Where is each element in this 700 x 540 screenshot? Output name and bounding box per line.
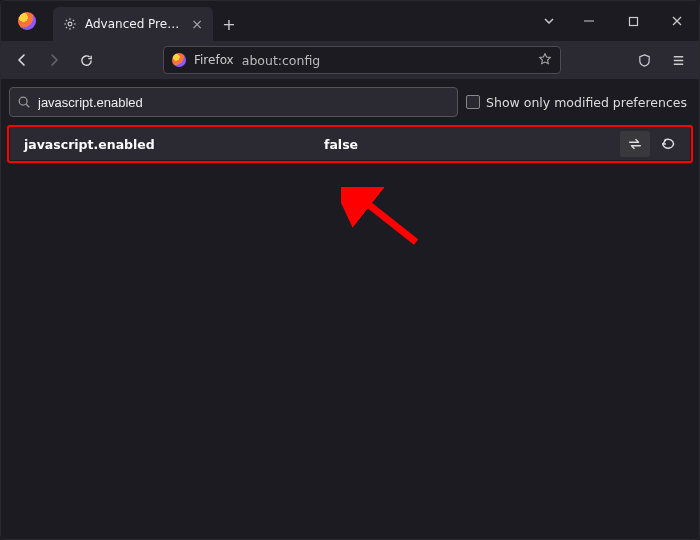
svg-line-8 (359, 197, 416, 242)
shield-icon[interactable] (629, 45, 659, 75)
window-close-button[interactable] (655, 1, 699, 41)
pref-search-input[interactable] (9, 87, 458, 117)
svg-point-0 (68, 22, 72, 26)
checkbox-icon (466, 95, 480, 109)
gear-icon (63, 17, 77, 31)
show-modified-label: Show only modified preferences (486, 95, 687, 110)
back-button[interactable] (7, 45, 37, 75)
app-menu-button[interactable] (663, 45, 693, 75)
pref-toggle-button[interactable] (620, 131, 650, 157)
pref-name: javascript.enabled (24, 137, 324, 152)
tab-title: Advanced Preferences (85, 17, 183, 31)
titlebar: Advanced Preferences × + (1, 1, 699, 41)
svg-point-6 (19, 97, 27, 105)
svg-rect-2 (629, 17, 637, 25)
new-tab-button[interactable]: + (213, 7, 245, 41)
pref-row[interactable]: javascript.enabled false (10, 128, 690, 160)
about-config-page: Show only modified preferences javascrip… (1, 79, 699, 539)
show-modified-checkbox[interactable]: Show only modified preferences (466, 95, 691, 110)
window-minimize-button[interactable] (567, 1, 611, 41)
reload-button[interactable] (71, 45, 101, 75)
forward-button[interactable] (39, 45, 69, 75)
annotation-arrow (341, 187, 431, 257)
pref-reset-button[interactable] (654, 131, 684, 157)
browser-tab[interactable]: Advanced Preferences × (53, 7, 213, 41)
navigation-toolbar: Firefox about:config (1, 41, 699, 79)
identity-label: Firefox (194, 53, 234, 67)
window-maximize-button[interactable] (611, 1, 655, 41)
config-toolbar: Show only modified preferences (5, 87, 695, 125)
tab-list-button[interactable] (531, 1, 567, 41)
search-icon (17, 94, 31, 113)
tab-close-button[interactable]: × (191, 17, 203, 31)
url-text: about:config (242, 53, 530, 68)
svg-line-7 (26, 104, 29, 107)
bookmark-star-icon[interactable] (538, 51, 552, 70)
address-bar[interactable]: Firefox about:config (163, 46, 561, 74)
firefox-icon (172, 53, 186, 67)
firefox-logo (1, 1, 53, 41)
pref-value: false (324, 137, 616, 152)
annotation-highlight: javascript.enabled false (7, 125, 693, 163)
